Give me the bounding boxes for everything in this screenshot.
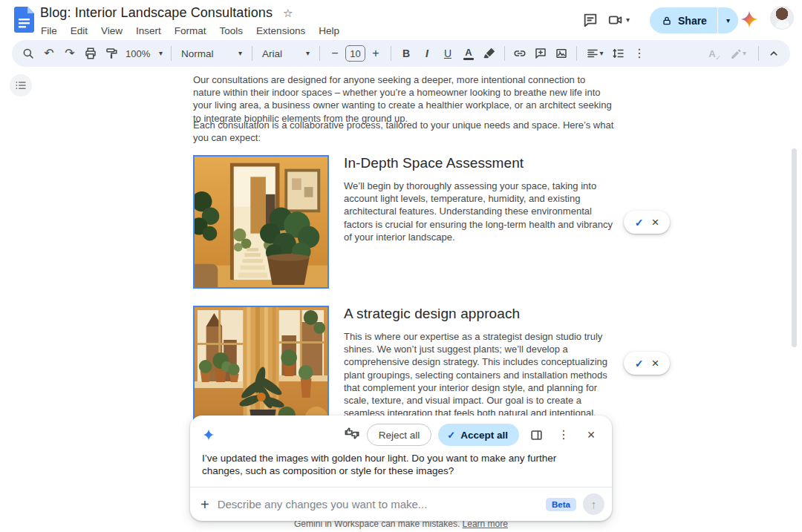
document-image-golden-doorway[interactable] bbox=[193, 155, 329, 289]
redo-icon[interactable]: ↷ bbox=[60, 44, 79, 63]
menu-edit[interactable]: Edit bbox=[64, 23, 94, 39]
add-attachment-icon[interactable]: + bbox=[200, 497, 209, 512]
accept-suggestion-icon[interactable]: ✓ bbox=[635, 217, 644, 228]
formatting-toolbar: ↶ ↷ 100% ▾ Normal ▾ Arial ▾ − + bbox=[12, 40, 790, 67]
text-color-bar bbox=[463, 58, 474, 60]
accept-all-label: Accept all bbox=[460, 430, 508, 441]
paint-format-icon[interactable] bbox=[102, 44, 121, 63]
section-text: A strategic design approach This is wher… bbox=[344, 306, 617, 419]
toolbar-divider bbox=[319, 46, 320, 61]
chevron-down-icon: ▾ bbox=[626, 16, 630, 24]
gemini-spark-icon bbox=[202, 428, 215, 441]
search-menus-icon[interactable] bbox=[19, 44, 38, 63]
font-value: Arial bbox=[262, 48, 282, 59]
share-dropdown-icon[interactable]: ▾ bbox=[718, 17, 738, 24]
menu-extensions[interactable]: Extensions bbox=[250, 23, 312, 39]
hide-menus-icon[interactable] bbox=[764, 44, 783, 63]
menu-insert[interactable]: Insert bbox=[129, 23, 168, 39]
join-call-button[interactable]: ▾ bbox=[607, 8, 640, 32]
align-select[interactable]: ▾ bbox=[582, 44, 607, 63]
feedback-thumbs-icon[interactable] bbox=[344, 425, 360, 444]
title-block: Blog: Interior Landscape Consultations ☆… bbox=[40, 4, 346, 39]
italic-button[interactable]: I bbox=[417, 44, 437, 63]
chevron-down-icon: ▾ bbox=[599, 50, 603, 57]
reject-suggestion-icon[interactable]: × bbox=[651, 216, 659, 229]
beta-badge: Beta bbox=[546, 498, 576, 511]
bold-button[interactable]: B bbox=[397, 44, 416, 63]
highlight-color-icon[interactable] bbox=[480, 44, 499, 63]
reject-suggestion-icon[interactable]: × bbox=[651, 357, 659, 370]
insert-image-icon[interactable] bbox=[552, 44, 571, 63]
chevron-down-icon: ▾ bbox=[238, 50, 242, 57]
section-heading[interactable]: A strategic design approach bbox=[344, 306, 617, 322]
more-toolbar-options-icon[interactable]: ⋮ bbox=[630, 44, 649, 63]
toolbar-divider bbox=[758, 46, 759, 61]
paragraph-intro[interactable]: Our consultations are designed for anyon… bbox=[193, 73, 614, 125]
document-image-window-plants[interactable] bbox=[193, 306, 329, 432]
share-label: Share bbox=[678, 15, 707, 27]
styles-value: Normal bbox=[181, 48, 214, 59]
chevron-down-icon: ▾ bbox=[159, 50, 163, 57]
undo-icon[interactable]: ↶ bbox=[39, 44, 59, 63]
font-family-select[interactable]: Arial ▾ bbox=[258, 44, 314, 63]
menu-format[interactable]: Format bbox=[168, 23, 213, 39]
video-camera-icon bbox=[607, 12, 624, 28]
toolbar-divider bbox=[576, 46, 577, 61]
paragraph-consultation[interactable]: Each consultation is a collaborative pro… bbox=[193, 119, 614, 144]
lock-icon bbox=[661, 15, 673, 27]
spelling-grammar-check-icon[interactable]: A✓ bbox=[702, 44, 722, 63]
section-text: In-Depth Space Assessment We’ll begin by… bbox=[344, 155, 617, 243]
zoom-select[interactable]: 100% ▾ bbox=[123, 44, 166, 63]
print-icon[interactable] bbox=[81, 44, 100, 63]
suggestion-pill-1: ✓ × bbox=[624, 211, 670, 234]
top-bar: Blog: Interior Landscape Consultations ☆… bbox=[0, 0, 802, 39]
open-side-panel-icon[interactable] bbox=[526, 424, 547, 445]
chevron-down-icon: ▾ bbox=[306, 50, 310, 57]
close-panel-icon[interactable]: × bbox=[581, 424, 602, 445]
google-docs-logo-icon[interactable] bbox=[14, 7, 34, 33]
chevron-down-icon: ▾ bbox=[743, 50, 746, 57]
decrease-font-size-button[interactable]: − bbox=[325, 44, 345, 63]
open-comments-icon[interactable] bbox=[578, 8, 602, 32]
zoom-value: 100% bbox=[125, 48, 150, 59]
line-spacing-icon[interactable] bbox=[609, 44, 628, 63]
gemini-panel: Reject all ✓ Accept all ⋮ × I’ve updated… bbox=[190, 416, 612, 521]
paragraph-styles-select[interactable]: Normal ▾ bbox=[177, 44, 247, 63]
increase-font-size-button[interactable]: + bbox=[366, 44, 385, 63]
gemini-input-row: + Beta ↑ bbox=[190, 487, 612, 521]
text-color-button[interactable]: A bbox=[459, 44, 478, 63]
document-outline-icon[interactable] bbox=[10, 74, 32, 96]
document-title[interactable]: Blog: Interior Landscape Consultations bbox=[40, 5, 273, 21]
menu-view[interactable]: View bbox=[94, 23, 129, 39]
insert-link-icon[interactable] bbox=[510, 44, 529, 63]
menu-file[interactable]: File bbox=[34, 23, 64, 39]
vertical-scrollbar[interactable] bbox=[792, 148, 797, 347]
editing-mode-select[interactable]: ▾ bbox=[723, 44, 753, 63]
toolbar-divider bbox=[171, 46, 172, 61]
share-button[interactable]: Share ▾ bbox=[650, 7, 738, 33]
add-comment-icon[interactable] bbox=[531, 44, 550, 63]
underline-button[interactable]: U bbox=[438, 44, 457, 63]
toolbar-divider bbox=[252, 46, 252, 61]
gemini-icon[interactable] bbox=[739, 9, 760, 30]
google-docs-app: Blog: Interior Landscape Consultations ☆… bbox=[0, 0, 802, 532]
user-avatar[interactable] bbox=[770, 6, 794, 30]
toolbar-divider bbox=[391, 46, 391, 61]
gemini-prompt-input[interactable] bbox=[218, 498, 546, 510]
menu-help[interactable]: Help bbox=[312, 23, 346, 39]
accept-all-button[interactable]: ✓ Accept all bbox=[438, 424, 519, 446]
section-body[interactable]: This is where our expertise as a strateg… bbox=[344, 330, 617, 419]
star-favorite-icon[interactable]: ☆ bbox=[283, 7, 293, 19]
gemini-message: I’ve updated the images with golden hour… bbox=[190, 446, 600, 487]
check-icon: ✓ bbox=[715, 54, 721, 62]
menu-bar: File Edit View Insert Format Tools Exten… bbox=[34, 23, 346, 39]
menu-tools[interactable]: Tools bbox=[213, 23, 250, 39]
accept-suggestion-icon[interactable]: ✓ bbox=[635, 358, 644, 369]
font-size-input[interactable] bbox=[345, 45, 365, 62]
more-options-icon[interactable]: ⋮ bbox=[553, 424, 574, 445]
text-color-letter: A bbox=[465, 47, 472, 57]
reject-all-button[interactable]: Reject all bbox=[367, 424, 432, 446]
section-body[interactable]: We’ll begin by thoroughly assessing your… bbox=[344, 180, 617, 243]
send-prompt-icon[interactable]: ↑ bbox=[583, 493, 604, 515]
section-heading[interactable]: In-Depth Space Assessment bbox=[344, 155, 617, 171]
